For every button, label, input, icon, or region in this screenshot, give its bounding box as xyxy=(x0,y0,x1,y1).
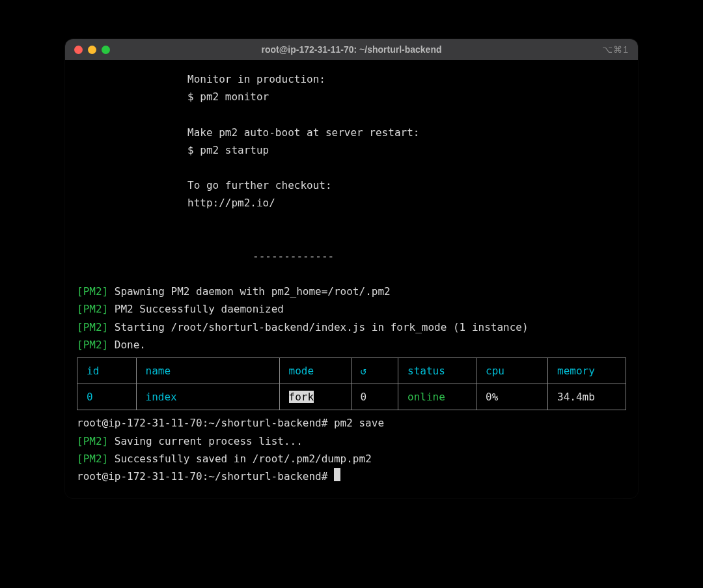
log-msg: PM2 Successfully daemonized xyxy=(115,303,284,315)
log-line: [PM2] Spawning PM2 daemon with pm2_home=… xyxy=(77,283,626,300)
log-line: [PM2] Successfully saved in /root/.pm2/d… xyxy=(77,450,626,468)
minimize-icon[interactable] xyxy=(88,46,96,54)
terminal-window: root@ip-172-31-11-70: ~/shorturl-backend… xyxy=(65,39,638,498)
prompt-line[interactable]: root@ip-172-31-11-70:~/shorturl-backend# xyxy=(77,468,626,485)
intro-monitor-label: Monitor in production: xyxy=(77,70,626,88)
cell-memory: 34.4mb xyxy=(548,384,626,410)
terminal-body[interactable]: Monitor in production:$ pm2 monitor Make… xyxy=(65,60,638,498)
pm2-tag: [PM2] xyxy=(77,435,108,447)
pm2-tag: [PM2] xyxy=(77,321,108,333)
col-memory: memory xyxy=(548,358,626,384)
log-msg: Successfully saved in /root/.pm2/dump.pm… xyxy=(115,453,372,465)
pm2-tag: [PM2] xyxy=(77,303,108,315)
intro-autoboot-label: Make pm2 auto-boot at server restart: xyxy=(77,124,626,141)
col-restart: ↺ xyxy=(351,358,398,384)
col-status: status xyxy=(398,358,476,384)
cell-cpu: 0% xyxy=(476,384,548,410)
window-title: root@ip-172-31-11-70: ~/shorturl-backend xyxy=(65,44,638,55)
log-line: [PM2] Starting /root/shorturl-backend/in… xyxy=(77,318,626,336)
col-mode: mode xyxy=(279,358,351,384)
cell-mode: fork xyxy=(289,391,314,403)
log-msg: Spawning PM2 daemon with pm2_home=/root/… xyxy=(115,285,391,298)
pm2-tag: [PM2] xyxy=(77,339,108,351)
window-titlebar[interactable]: root@ip-172-31-11-70: ~/shorturl-backend… xyxy=(65,39,638,60)
pm2-tag: [PM2] xyxy=(77,453,108,465)
intro-further-label: To go further checkout: xyxy=(77,176,626,194)
intro-autoboot-cmd: $ pm2 startup xyxy=(77,141,626,159)
col-name: name xyxy=(136,358,279,384)
intro-further-url: http://pm2.io/ xyxy=(77,194,626,212)
log-line: [PM2] Done. xyxy=(77,336,626,354)
col-cpu: cpu xyxy=(476,358,548,384)
fullscreen-icon[interactable] xyxy=(102,46,110,54)
cell-status: online xyxy=(407,391,445,403)
cell-name: index xyxy=(146,391,177,403)
intro-monitor-cmd: $ pm2 monitor xyxy=(77,88,626,105)
shell-prompt: root@ip-172-31-11-70:~/shorturl-backend# xyxy=(77,417,334,429)
cursor-icon xyxy=(334,468,340,481)
process-table: id name mode ↺ status cpu memory 0 index… xyxy=(77,357,626,410)
col-id: id xyxy=(77,358,137,384)
log-line: [PM2] PM2 Successfully daemonized xyxy=(77,300,626,318)
cell-id: 0 xyxy=(87,391,93,403)
traffic-lights xyxy=(74,46,110,54)
table-row: 0 index fork 0 online 0% 34.4mb xyxy=(77,384,626,410)
shell-prompt: root@ip-172-31-11-70:~/shorturl-backend# xyxy=(77,470,334,483)
log-msg: Done. xyxy=(115,339,146,351)
close-icon[interactable] xyxy=(74,46,83,54)
pane-number-badge: ⌥⌘1 xyxy=(602,44,629,55)
shell-command: pm2 save xyxy=(334,417,384,429)
table-header-row: id name mode ↺ status cpu memory xyxy=(77,358,626,384)
intro-divider: ------------- xyxy=(77,247,626,265)
prompt-line: root@ip-172-31-11-70:~/shorturl-backend#… xyxy=(77,414,626,432)
log-msg: Starting /root/shorturl-backend/index.js… xyxy=(115,321,529,333)
cell-restart: 0 xyxy=(351,384,398,410)
log-msg: Saving current process list... xyxy=(115,435,303,447)
log-line: [PM2] Saving current process list... xyxy=(77,432,626,450)
pm2-tag: [PM2] xyxy=(77,285,108,298)
